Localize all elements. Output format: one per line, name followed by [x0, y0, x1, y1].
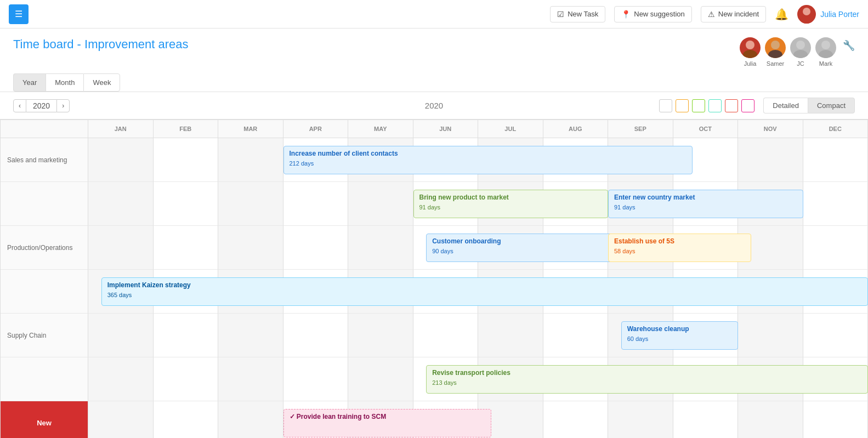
- cell-sales-feb: [154, 138, 219, 182]
- view-controls: Year Month Week: [13, 73, 120, 92]
- year-display: 2020: [26, 99, 56, 112]
- incident-icon: ⚠: [708, 10, 715, 19]
- svg-point-0: [803, 8, 810, 15]
- filter-green[interactable]: [692, 99, 705, 112]
- new-suggestion-label: New suggestion: [634, 10, 685, 18]
- tab-week[interactable]: Week: [83, 73, 120, 92]
- suggestion-icon: 📍: [621, 10, 631, 19]
- cell-supply2-mar: [218, 357, 283, 401]
- cell-supply-jun: [413, 314, 479, 357]
- filter-pink[interactable]: [741, 99, 754, 112]
- avatar-julia[interactable]: Julia: [740, 37, 761, 67]
- cell-supply2-apr: [283, 357, 349, 401]
- event-bar-implement-kaizen[interactable]: Implement Kaizen strategy365 days: [101, 277, 868, 306]
- cell-supply-feb: [154, 314, 219, 357]
- bell-button[interactable]: 🔔: [775, 8, 788, 21]
- cell-new-sep: [608, 401, 673, 438]
- row-label-production: Production/Operations: [1, 226, 88, 270]
- new-suggestion-button[interactable]: 📍 New suggestion: [614, 6, 692, 22]
- avatar-julia-name: Julia: [744, 60, 757, 67]
- page-title: Time board - Improvement areas: [13, 37, 189, 52]
- filter-white[interactable]: [659, 99, 672, 112]
- cell-supply-apr: [283, 314, 349, 357]
- page-title-prefix: Time board -: [13, 37, 84, 51]
- filter-orange[interactable]: [676, 99, 689, 112]
- svg-point-9: [819, 50, 833, 58]
- cell-supply-mar: [218, 314, 283, 357]
- user-area[interactable]: Julia Porter: [797, 5, 859, 24]
- svg-point-7: [793, 50, 808, 58]
- row-label-supply2: [1, 357, 88, 401]
- header-mar: MAR: [218, 120, 283, 138]
- page-header: Time board - Improvement areas Julia Sam…: [0, 29, 868, 92]
- cell-prod-jan: [88, 226, 154, 270]
- avatar-mark-name: Mark: [819, 60, 832, 67]
- page-header-top: Time board - Improvement areas Julia Sam…: [13, 37, 855, 67]
- header-apr: APR: [283, 120, 349, 138]
- cell-sales2-feb: [154, 182, 219, 226]
- header-aug: AUG: [543, 120, 609, 138]
- event-bar-lean-training[interactable]: ✓ Provide lean training to SCM: [283, 409, 491, 437]
- header-label-col: [1, 120, 88, 138]
- cell-supply2-jan: [88, 357, 154, 401]
- tab-month[interactable]: Month: [46, 73, 83, 92]
- filter-cyan[interactable]: [708, 99, 722, 112]
- year-label: 2020: [33, 101, 50, 110]
- new-task-button[interactable]: ☑ New Task: [550, 6, 605, 22]
- cell-supply-may: [348, 314, 413, 357]
- row-label-sales: Sales and marketing: [1, 138, 88, 182]
- filter-red[interactable]: [725, 99, 738, 112]
- prev-year-button[interactable]: ‹: [13, 99, 26, 112]
- calendar-toolbar: ‹ 2020 › 2020 Detailed Compact: [0, 92, 868, 120]
- cell-sales2-may: [348, 182, 413, 226]
- svg-point-4: [771, 41, 780, 49]
- cell-prod-feb: [154, 226, 219, 270]
- header-jan: JAN: [88, 120, 154, 138]
- event-bar-enter-new-country[interactable]: Enter new country market91 days: [608, 190, 803, 218]
- cell-prod-may: [348, 226, 413, 270]
- event-bar-warehouse-cleanup[interactable]: Warehouse cleanup60 days: [621, 321, 738, 350]
- calendar-container: JAN FEB MAR APR MAY JUN JUL AUG SEP OCT …: [0, 120, 868, 438]
- hamburger-button[interactable]: ☰: [9, 4, 29, 24]
- cell-sales-nov: [738, 138, 803, 182]
- new-incident-button[interactable]: ⚠ New incident: [701, 6, 766, 22]
- event-bar-bring-new-product[interactable]: Bring new product to market91 days: [413, 190, 609, 218]
- next-year-button[interactable]: ›: [56, 99, 70, 112]
- cell-new-mar: [218, 401, 283, 438]
- avatar-samer[interactable]: Samer: [765, 37, 786, 67]
- cell-supply-aug: [543, 314, 609, 357]
- cell-new-feb: [154, 401, 219, 438]
- header-jun: JUN: [413, 120, 479, 138]
- svg-point-1: [801, 16, 813, 24]
- wrench-icon[interactable]: 🔧: [843, 39, 855, 52]
- header-feb: FEB: [154, 120, 219, 138]
- cell-sales2-jan: [88, 182, 154, 226]
- event-bar-establish-use-5s[interactable]: Establish use of 5S58 days: [608, 234, 751, 262]
- event-bar-customer-onboarding[interactable]: Customer onboarding90 days: [426, 234, 621, 262]
- detailed-button[interactable]: Detailed: [763, 98, 808, 113]
- task-icon: ☑: [557, 10, 564, 19]
- row-label-sales2: [1, 182, 88, 226]
- event-bar-increase-client-contacts[interactable]: Increase number of client contacts212 da…: [283, 146, 693, 174]
- cell-prod-mar: [218, 226, 283, 270]
- compact-button[interactable]: Compact: [808, 98, 855, 113]
- cell-sales-jan: [88, 138, 154, 182]
- header-dec: DEC: [803, 120, 869, 138]
- nav-left: ☰: [9, 4, 543, 24]
- cell-supply-nov: [738, 314, 803, 357]
- page-title-main: Improvement areas: [84, 37, 189, 51]
- avatar-samer-name: Samer: [767, 60, 784, 67]
- tab-year[interactable]: Year: [13, 73, 46, 92]
- svg-point-5: [768, 50, 782, 58]
- svg-point-8: [821, 41, 830, 49]
- cell-sales-dec: [803, 138, 869, 182]
- header-oct: OCT: [673, 120, 739, 138]
- row-label-supply: Supply Chain: [1, 314, 88, 357]
- avatar-mark[interactable]: Mark: [815, 37, 836, 67]
- avatar-jc[interactable]: JC: [790, 37, 811, 67]
- header-nov: NOV: [738, 120, 803, 138]
- row-label-new: New: [1, 401, 88, 438]
- cell-sales2-mar: [218, 182, 283, 226]
- event-bar-revise-transport[interactable]: Revise transport policies213 days: [426, 365, 868, 394]
- cell-new-oct: [673, 401, 739, 438]
